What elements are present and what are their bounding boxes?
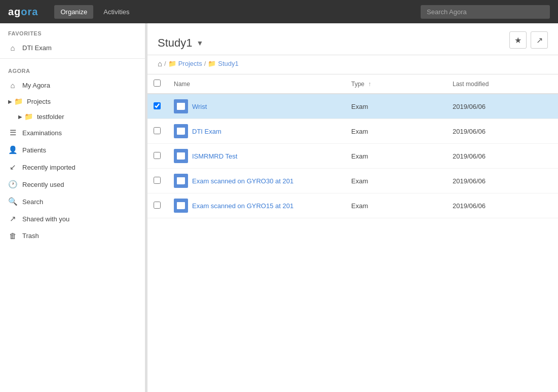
sidebar-item-label: Recently used	[22, 181, 64, 188]
breadcrumb: ⌂ / 📁 Projects / 📁 Study1	[147, 55, 558, 74]
row-name-cell: DTI Exam	[168, 119, 345, 144]
favorites-label: FAVORITES	[0, 23, 145, 40]
logo-ora: ora	[21, 6, 38, 17]
row-checkbox[interactable]	[154, 127, 161, 134]
import-icon: ↙	[8, 163, 17, 172]
title-row: Study1 ▼	[158, 36, 203, 50]
trash-icon: 🗑	[8, 231, 17, 240]
file-name[interactable]: Wrist	[192, 103, 207, 110]
table-row: DTI Exam Exam 2019/06/06	[147, 119, 558, 144]
sidebar-item-label: Projects	[27, 98, 51, 105]
table-row: Wrist Exam 2019/06/06	[147, 94, 558, 119]
sidebar-item-search[interactable]: 🔍 Search ⊞	[0, 193, 145, 210]
share-button[interactable]: ↗	[531, 31, 548, 49]
file-name[interactable]: DTI Exam	[192, 128, 221, 135]
folder-icon: 📁	[168, 60, 176, 67]
col-type-header[interactable]: Type ↑	[345, 74, 447, 94]
row-checkbox[interactable]	[154, 152, 161, 159]
logo-ag: ag	[8, 6, 21, 17]
row-type-cell: Exam	[345, 169, 447, 193]
navbar: agora Organize Activities	[0, 0, 558, 23]
row-check-cell	[147, 169, 168, 193]
row-checkbox[interactable]	[154, 202, 161, 209]
breadcrumb-label: Projects	[178, 60, 202, 67]
sidebar-item-label: DTI Exam	[22, 44, 52, 52]
content-area: Study1 ▼ ★ ↗ ⌂ / 📁 Projects / 📁	[147, 23, 558, 392]
col-name-header[interactable]: Name	[168, 74, 345, 94]
sidebar-item-recently-imported[interactable]: ↙ Recently imported	[0, 159, 145, 176]
breadcrumb-label: Study1	[218, 60, 238, 67]
sort-arrow-icon: ↑	[368, 81, 371, 88]
sidebar-item-label: Recently imported	[22, 164, 76, 171]
row-type-cell: Exam	[345, 193, 447, 218]
home-icon[interactable]: ⌂	[158, 59, 162, 68]
file-icon	[174, 199, 188, 213]
row-name-cell: Wrist	[168, 94, 345, 119]
sidebar-item-my-agora[interactable]: ⌂ My Agora ⧉	[0, 77, 145, 94]
dropdown-icon[interactable]: ▼	[197, 39, 204, 47]
star-button[interactable]: ★	[509, 31, 527, 49]
sidebar-item-label: Search	[22, 198, 43, 206]
sidebar-item-shared[interactable]: ↗ Shared with you	[0, 210, 145, 227]
sidebar-item-examinations[interactable]: ☰ Examinations	[0, 124, 145, 141]
sidebar-divider	[0, 58, 145, 59]
logo: agora	[8, 6, 38, 18]
home-icon: ⌂	[8, 81, 17, 90]
file-icon	[174, 99, 188, 113]
col-name-label: Name	[174, 81, 190, 88]
sidebar-item-label: Patients	[22, 146, 46, 154]
row-checkbox[interactable]	[154, 102, 161, 109]
row-type-cell: Exam	[345, 119, 447, 144]
sidebar: FAVORITES ⌂ DTI Exam 🗑 AGORA ⌂ My Agora …	[0, 23, 145, 392]
row-check-cell	[147, 119, 168, 144]
breadcrumb-sep: /	[164, 60, 166, 67]
page-title: Study1	[158, 36, 193, 50]
navbar-nav: Organize Activities	[54, 5, 421, 19]
table-container: Name Type ↑ Last modified	[147, 74, 558, 392]
sidebar-item-dti-exam[interactable]: ⌂ DTI Exam 🗑	[0, 40, 145, 56]
row-check-cell	[147, 193, 168, 218]
breadcrumb-study1[interactable]: 📁 Study1	[208, 60, 238, 67]
row-modified-cell: 2019/06/06	[447, 144, 558, 169]
nav-item-organize[interactable]: Organize	[54, 5, 93, 19]
content-header: Study1 ▼ ★ ↗	[147, 23, 558, 55]
file-name[interactable]: Exam scanned on GYRO30 at 201	[192, 177, 293, 185]
sidebar-item-label: Trash	[22, 232, 39, 240]
sidebar-item-projects[interactable]: ▶ 📁 Projects	[0, 94, 145, 109]
file-icon	[174, 174, 188, 188]
file-icon	[174, 149, 188, 163]
sidebar-item-testfolder[interactable]: ▶ 📁 testfolder	[0, 109, 145, 124]
sidebar-item-label: Examinations	[22, 129, 62, 137]
breadcrumb-projects[interactable]: 📁 Projects	[168, 60, 202, 67]
col-type-label: Type	[351, 81, 364, 88]
col-modified-label: Last modified	[453, 81, 489, 88]
row-checkbox[interactable]	[154, 177, 161, 184]
sidebar-item-trash[interactable]: 🗑 Trash	[0, 227, 145, 244]
file-name[interactable]: Exam scanned on GYRO15 at 201	[192, 202, 293, 210]
share-icon: ↗	[536, 35, 543, 45]
header-actions: ★ ↗	[509, 31, 548, 55]
search-input[interactable]	[421, 5, 550, 19]
sidebar-item-patients[interactable]: 👤 Patients	[0, 141, 145, 159]
sidebar-item-label: testfolder	[37, 113, 64, 121]
row-type-cell: Exam	[345, 144, 447, 169]
person-icon: 👤	[8, 145, 17, 154]
file-name[interactable]: ISMRMRD Test	[192, 152, 237, 160]
row-modified-cell: 2019/06/06	[447, 193, 558, 218]
row-name-cell: Exam scanned on GYRO30 at 201	[168, 169, 345, 193]
star-icon: ★	[514, 35, 522, 45]
arrow-icon: ▶	[18, 114, 22, 120]
select-all-checkbox[interactable]	[154, 80, 161, 87]
breadcrumb-sep: /	[204, 60, 206, 67]
row-modified-cell: 2019/06/06	[447, 169, 558, 193]
row-check-cell	[147, 94, 168, 119]
nav-item-activities[interactable]: Activities	[97, 5, 135, 19]
row-name-cell: Exam scanned on GYRO15 at 201	[168, 193, 345, 218]
col-check-header	[147, 74, 168, 94]
arrow-down-icon: ▶	[8, 99, 12, 104]
table-header-row: Name Type ↑ Last modified	[147, 74, 558, 94]
row-modified-cell: 2019/06/06	[447, 119, 558, 144]
table-row: ISMRMRD Test Exam 2019/06/06	[147, 144, 558, 169]
row-name-cell: ISMRMRD Test	[168, 144, 345, 169]
sidebar-item-recently-used[interactable]: 🕐 Recently used	[0, 176, 145, 193]
